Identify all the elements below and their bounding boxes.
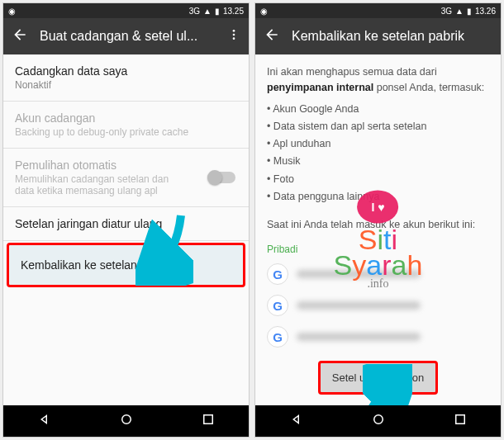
- overflow-icon[interactable]: [227, 28, 240, 45]
- bullet-item: • Data sistem dan apl serta setelan: [267, 118, 489, 135]
- account-row[interactable]: G: [255, 290, 501, 321]
- cast-icon: ◉: [260, 7, 268, 16]
- nav-back-icon[interactable]: [37, 412, 52, 430]
- battery-icon: ▮: [215, 7, 220, 16]
- row-backup-account: Akun cadangan Backing up to debug-only p…: [3, 102, 249, 148]
- status-bar: ◉ 3G ▲ ▮ 13.26: [255, 3, 501, 18]
- row-title: Kembalikan ke setelan pabrik: [21, 258, 231, 272]
- nav-recents-icon[interactable]: [201, 412, 216, 430]
- signal-icon: ▲: [455, 7, 464, 16]
- row-subtitle: Memulihkan cadangan setelan dan data ket…: [15, 173, 180, 196]
- svg-point-1: [233, 34, 235, 36]
- account-email: [297, 270, 421, 278]
- clock: 13.25: [223, 7, 244, 16]
- row-auto-restore: Pemulihan otomatis Memulihkan cadangan s…: [3, 149, 249, 206]
- reset-phone-button[interactable]: Setel ulang telepon: [318, 361, 438, 395]
- toggle-auto-restore: [209, 172, 235, 183]
- google-icon: G: [267, 295, 288, 316]
- battery-icon: ▮: [467, 7, 472, 16]
- status-bar: ◉ 3G ▲ ▮ 13.25: [3, 3, 249, 18]
- svg-point-2: [233, 37, 235, 40]
- intro-text: Ini akan menghapus semua data dari penyi…: [255, 54, 501, 101]
- cast-icon: ◉: [8, 7, 16, 16]
- app-bar: Kembalikan ke setelan pabrik: [255, 18, 501, 54]
- google-icon: G: [267, 263, 288, 285]
- account-row[interactable]: G: [255, 258, 501, 290]
- row-title: Akun cadangan: [15, 111, 237, 125]
- nav-recents-icon[interactable]: [453, 412, 468, 430]
- account-email: [297, 301, 421, 310]
- google-icon: G: [267, 326, 288, 348]
- bullet-item: • Foto: [267, 171, 489, 188]
- signal-icon: ▲: [203, 7, 212, 16]
- app-bar-title: Kembalikan ke setelan pabrik: [292, 29, 492, 44]
- bullet-item: • Akun Google Anda: [267, 101, 489, 118]
- row-title: Pemulihan otomatis: [15, 158, 237, 172]
- app-bar-title: Buat cadangan & setel ul...: [40, 29, 216, 44]
- phone-right: ◉ 3G ▲ ▮ 13.26 Kembalikan ke setelan pab…: [254, 2, 502, 438]
- intro-bold: penyimpanan internal: [267, 82, 373, 93]
- svg-rect-4: [203, 415, 212, 424]
- nav-home-icon[interactable]: [371, 412, 386, 430]
- row-title: Cadangkan data saya: [15, 64, 237, 78]
- divider: [3, 240, 249, 241]
- settings-list: Cadangkan data saya Nonaktif Akun cadang…: [3, 54, 249, 405]
- svg-rect-6: [455, 415, 464, 424]
- svg-point-5: [373, 415, 383, 424]
- svg-point-3: [121, 415, 131, 424]
- bullet-list: • Akun Google Anda • Data sistem dan apl…: [255, 101, 501, 215]
- network-icon: 3G: [441, 7, 452, 16]
- nav-home-icon[interactable]: [119, 412, 134, 430]
- bullet-item: • Data pengguna lainnya: [267, 188, 489, 206]
- bullet-item: • Musik: [267, 153, 489, 170]
- row-factory-reset[interactable]: Kembalikan ke setelan pabrik: [7, 243, 245, 287]
- row-subtitle: Backing up to debug-only private cache: [15, 126, 237, 138]
- intro-pre: Ini akan menghapus semua data dari: [267, 66, 437, 78]
- nav-bar: [255, 405, 501, 437]
- network-icon: 3G: [189, 7, 200, 16]
- svg-point-0: [233, 30, 235, 32]
- row-network-reset[interactable]: Setelan jaringan diatur ulang: [3, 207, 249, 240]
- factory-reset-content: Ini akan menghapus semua data dari penyi…: [255, 54, 501, 405]
- phone-left: ◉ 3G ▲ ▮ 13.25 Buat cadangan & setel ul.…: [2, 2, 250, 438]
- row-backup-data[interactable]: Cadangkan data saya Nonaktif: [3, 54, 249, 101]
- app-bar: Buat cadangan & setel ul...: [3, 18, 249, 54]
- back-icon[interactable]: [264, 26, 280, 46]
- section-heading: Pribadi: [255, 235, 501, 258]
- account-email: [297, 333, 421, 341]
- account-row[interactable]: G: [255, 321, 501, 352]
- nav-back-icon[interactable]: [289, 412, 304, 430]
- intro-post: ponsel Anda, termasuk:: [373, 82, 484, 93]
- signed-in-text: Saat ini Anda telah masuk ke akun beriku…: [255, 214, 501, 235]
- back-icon[interactable]: [12, 26, 28, 46]
- bullet-item: • Apl unduhan: [267, 135, 489, 153]
- nav-bar: [3, 405, 249, 437]
- row-title: Setelan jaringan diatur ulang: [15, 217, 237, 230]
- row-subtitle: Nonaktif: [15, 79, 237, 91]
- clock: 13.26: [475, 7, 496, 16]
